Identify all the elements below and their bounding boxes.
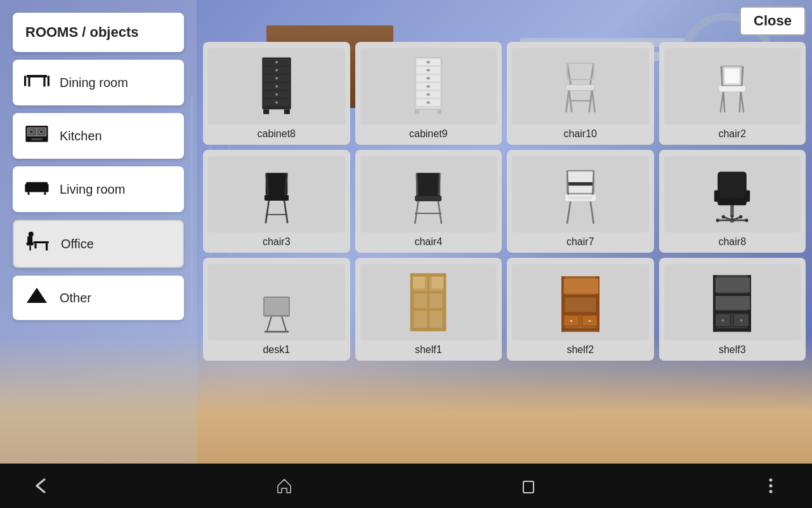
other-icon xyxy=(23,284,51,312)
grid-item-desk1[interactable]: desk1 xyxy=(203,258,350,361)
grid-item-chair2[interactable]: chair2 xyxy=(659,42,806,145)
svg-rect-142 xyxy=(588,320,591,322)
svg-rect-54 xyxy=(427,85,430,88)
grid-item-chair3[interactable]: chair3 xyxy=(203,150,350,253)
svg-rect-4 xyxy=(24,76,26,79)
grid-item-shelf1[interactable]: shelf1 xyxy=(355,258,502,361)
svg-point-158 xyxy=(769,490,772,493)
sidebar-item-dining-room[interactable]: Dining room xyxy=(13,60,184,105)
svg-rect-53 xyxy=(427,77,430,79)
svg-line-119 xyxy=(266,317,271,332)
chair8-image xyxy=(664,156,801,232)
sidebar-item-living-label: Living room xyxy=(60,182,125,197)
sidebar-item-office[interactable]: Office xyxy=(13,220,184,268)
sidebar-item-living-room[interactable]: Living room xyxy=(13,166,184,212)
svg-rect-138 xyxy=(563,279,598,294)
android-nav-bar xyxy=(0,464,812,508)
svg-rect-149 xyxy=(716,277,750,293)
svg-rect-51 xyxy=(427,61,430,64)
svg-point-156 xyxy=(769,479,772,482)
shelf1-label: shelf1 xyxy=(415,344,442,356)
svg-rect-16 xyxy=(25,184,29,192)
svg-line-88 xyxy=(417,173,417,195)
svg-rect-56 xyxy=(427,102,430,104)
svg-point-157 xyxy=(769,485,772,488)
cabinet8-label: cabinet8 xyxy=(258,128,296,140)
svg-rect-135 xyxy=(561,328,599,331)
desk1-image xyxy=(208,264,345,340)
grid-item-cabinet9[interactable]: cabinet9 xyxy=(355,42,502,145)
svg-rect-55 xyxy=(427,93,430,96)
svg-rect-6 xyxy=(48,76,49,79)
svg-line-77 xyxy=(265,199,268,223)
grid-item-chair4[interactable]: chair4 xyxy=(355,150,502,253)
chair7-label: chair7 xyxy=(566,236,594,248)
svg-rect-17 xyxy=(45,184,49,192)
sidebar-item-office-label: Office xyxy=(61,237,94,251)
svg-rect-80 xyxy=(265,173,287,195)
svg-rect-116 xyxy=(719,173,745,197)
svg-rect-97 xyxy=(567,182,594,185)
office-icon xyxy=(24,230,52,258)
svg-line-84 xyxy=(415,200,418,224)
svg-point-106 xyxy=(716,218,719,222)
shelf2-label: shelf2 xyxy=(566,344,594,356)
svg-rect-57 xyxy=(415,109,419,114)
grid-item-shelf2[interactable]: shelf2 xyxy=(507,258,654,361)
shelf2-image xyxy=(512,264,649,340)
svg-line-71 xyxy=(740,90,741,112)
chair4-label: chair4 xyxy=(414,236,442,248)
svg-rect-94 xyxy=(568,196,593,199)
svg-rect-1 xyxy=(28,77,30,86)
sidebar-item-other-label: Other xyxy=(60,291,91,305)
svg-rect-86 xyxy=(415,196,442,201)
close-button[interactable]: Close xyxy=(740,6,806,36)
svg-rect-147 xyxy=(713,293,751,296)
svg-rect-22 xyxy=(34,243,36,248)
svg-rect-63 xyxy=(566,84,594,90)
svg-rect-72 xyxy=(719,86,745,91)
svg-rect-15 xyxy=(26,182,48,187)
svg-line-89 xyxy=(440,173,440,195)
svg-point-109 xyxy=(739,215,742,218)
svg-rect-25 xyxy=(29,245,30,250)
svg-line-70 xyxy=(724,90,725,112)
svg-line-120 xyxy=(282,317,286,332)
chair7-image xyxy=(512,156,649,232)
svg-marker-28 xyxy=(27,288,47,303)
cabinet8-image xyxy=(208,48,345,124)
home-button[interactable] xyxy=(268,470,300,502)
svg-rect-148 xyxy=(713,311,751,314)
grid-item-chair8[interactable]: chair8 xyxy=(659,150,806,253)
recents-button[interactable] xyxy=(512,470,544,502)
svg-rect-18 xyxy=(28,192,30,195)
svg-rect-42 xyxy=(263,109,269,114)
chair4-image xyxy=(360,156,497,232)
grid-item-cabinet8[interactable]: cabinet8 xyxy=(203,42,350,145)
svg-rect-20 xyxy=(34,241,49,243)
grid-item-chair7[interactable]: chair7 xyxy=(507,150,654,253)
grid-item-shelf3[interactable]: shelf3 xyxy=(659,258,806,361)
svg-rect-153 xyxy=(722,319,724,321)
chair3-image xyxy=(208,156,345,232)
svg-rect-38 xyxy=(275,77,278,79)
sidebar-item-kitchen[interactable]: Kitchen xyxy=(13,113,184,159)
svg-line-92 xyxy=(590,200,593,224)
svg-rect-52 xyxy=(427,69,430,72)
more-options-button[interactable] xyxy=(755,470,787,502)
sidebar-item-other[interactable]: Other xyxy=(13,276,184,320)
svg-rect-118 xyxy=(265,298,289,315)
back-button[interactable] xyxy=(25,470,57,502)
svg-line-85 xyxy=(438,200,442,224)
svg-point-26 xyxy=(29,232,34,237)
svg-rect-74 xyxy=(724,69,740,84)
living-room-icon xyxy=(23,175,51,203)
grid-item-chair10[interactable]: chair10 xyxy=(507,42,654,145)
svg-rect-141 xyxy=(570,320,572,322)
desk1-label: desk1 xyxy=(263,344,290,356)
svg-rect-129 xyxy=(427,274,429,331)
svg-rect-137 xyxy=(561,312,599,315)
svg-rect-2 xyxy=(43,77,45,86)
sidebar-item-kitchen-label: Kitchen xyxy=(60,129,102,144)
rooms-objects-button[interactable]: ROOMS / objects xyxy=(13,13,184,52)
